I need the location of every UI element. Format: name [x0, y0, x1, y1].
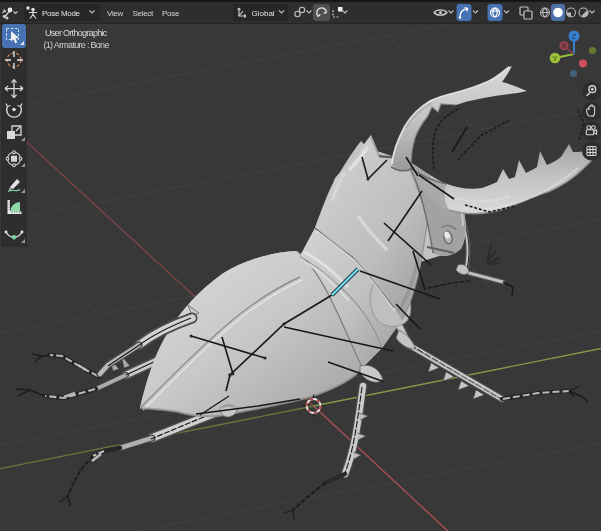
- svg-text:Pose: Pose: [162, 9, 180, 18]
- svg-text:Z: Z: [572, 32, 577, 41]
- svg-text:Select: Select: [133, 9, 155, 18]
- svg-text:User Orthographic: User Orthographic: [45, 28, 108, 38]
- svg-text:View: View: [107, 9, 124, 18]
- svg-text:Pose Mode: Pose Mode: [42, 9, 81, 18]
- svg-text:(1) Armature : Bone: (1) Armature : Bone: [44, 40, 110, 50]
- svg-text:X: X: [562, 42, 567, 49]
- svg-text:Y: Y: [552, 54, 557, 63]
- svg-text:Global: Global: [252, 9, 275, 18]
